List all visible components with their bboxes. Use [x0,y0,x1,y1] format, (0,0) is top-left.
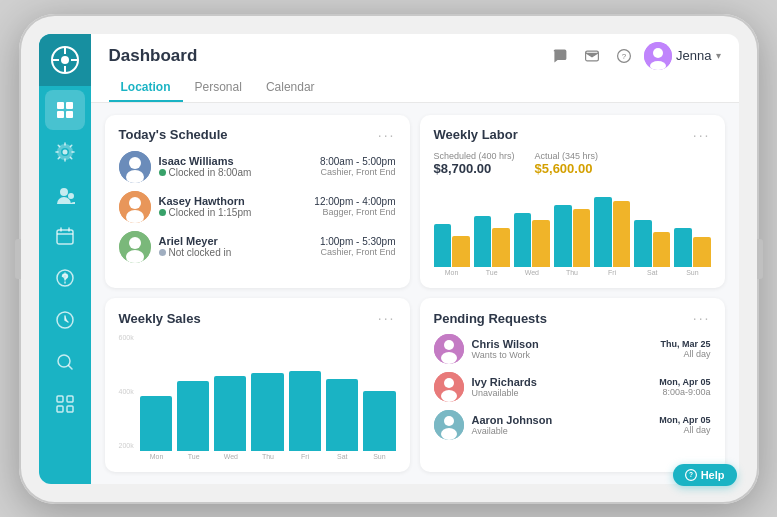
todays-schedule-card: Today's Schedule ··· Isaac Williams Cloc… [105,115,410,289]
labor-x-labels: MonTueWedThuFriSatSun [434,269,711,276]
x-label: Sat [326,453,358,460]
request-slot: All day [659,425,710,435]
svg-point-41 [444,416,454,426]
sales-bar [363,391,395,451]
help-icon[interactable]: ? [612,44,636,68]
bar-scheduled [674,228,692,267]
help-label: Help [701,469,725,481]
sales-bar [140,396,172,451]
tablet-button-right [757,239,763,279]
svg-rect-9 [66,111,73,118]
sidebar-item-grid[interactable] [45,384,85,424]
user-menu[interactable]: Jenna ▾ [644,42,720,70]
request-info: Chris Wilson Wants to Work [472,338,653,360]
request-list: Chris Wilson Wants to Work Thu, Mar 25 A… [434,334,711,440]
tab-calendar[interactable]: Calendar [254,74,327,102]
svg-point-42 [441,428,457,440]
sidebar-item-money[interactable] [45,258,85,298]
screen: Dashboard ? [39,34,739,484]
schedule-avatar [119,151,151,183]
request-date: Mon, Apr 05 [659,415,710,425]
sidebar-item-dashboard[interactable] [45,90,85,130]
scheduled-label: Scheduled (400 hrs) [434,151,515,161]
schedule-item: Isaac Williams Clocked in 8:00am 8:00am … [119,151,396,183]
schedule-role: Cashier, Front End [320,167,396,177]
sidebar [39,34,91,484]
mail-icon[interactable] [580,44,604,68]
schedule-status: Not clocked in [159,247,312,258]
request-sub: Available [472,426,652,436]
bar-group [674,228,710,267]
schedule-role: Bagger, Front End [314,207,395,217]
request-info: Ivy Richards Unavailable [472,376,652,398]
x-label: Tue [474,269,510,276]
bar-group [434,224,470,267]
sidebar-item-calendar[interactable] [45,216,85,256]
request-sub: Wants to Work [472,350,653,360]
sales-bars-area [140,334,396,451]
header-icons: ? Jenna ▾ [548,42,720,70]
sidebar-logo[interactable] [39,34,91,86]
svg-point-32 [129,237,141,249]
request-name: Ivy Richards [472,376,652,388]
bar-actual [532,220,550,267]
tab-location[interactable]: Location [109,74,183,102]
schedule-info: Kasey Hawthorn Clocked in 1:15pm [159,195,307,218]
bar-scheduled [634,220,652,267]
card-header-schedule: Today's Schedule ··· [119,127,396,143]
sales-card-menu[interactable]: ··· [378,310,396,326]
schedule-card-menu[interactable]: ··· [378,127,396,143]
svg-rect-7 [66,102,73,109]
actual-value: $5,600.00 [535,161,599,176]
sales-x-labels: MonTueWedThuFriSatSun [119,453,396,460]
request-avatar [434,372,464,402]
tab-personal[interactable]: Personal [183,74,254,102]
content-grid: Today's Schedule ··· Isaac Williams Cloc… [91,103,739,484]
bar-actual [613,201,631,267]
page-title: Dashboard [109,46,198,66]
status-text: Clocked in 8:00am [169,167,252,178]
svg-point-29 [129,197,141,209]
x-label: Mon [141,453,173,460]
x-label: Sun [363,453,395,460]
sidebar-item-people[interactable] [45,174,85,214]
schedule-time-block: 12:00pm - 4:00pm Bagger, Front End [314,196,395,217]
weekly-labor-card: Weekly Labor ··· Scheduled (400 hrs) $8,… [420,115,725,289]
x-label: Sat [634,269,670,276]
svg-point-36 [441,352,457,364]
chat-icon[interactable] [548,44,572,68]
tablet-button-left [15,239,21,279]
sidebar-item-search[interactable] [45,342,85,382]
pending-requests-card: Pending Requests ··· Chris Wilson Wants … [420,298,725,472]
x-label: Sun [674,269,710,276]
request-item: Ivy Richards Unavailable Mon, Apr 05 8:0… [434,372,711,402]
labor-card-title: Weekly Labor [434,127,518,142]
labor-stats: Scheduled (400 hrs) $8,700.00 Actual (34… [434,151,711,176]
help-button[interactable]: ? Help [673,464,737,484]
requests-card-menu[interactable]: ··· [693,310,711,326]
svg-rect-11 [57,230,73,244]
schedule-status: Clocked in 1:15pm [159,207,307,218]
main: Dashboard ? [91,34,739,484]
schedule-item: Kasey Hawthorn Clocked in 1:15pm 12:00pm… [119,191,396,223]
sales-chart: 600k400k200kMonTueWedThuFriSatSun [119,334,396,460]
request-item: Chris Wilson Wants to Work Thu, Mar 25 A… [434,334,711,364]
header-tabs: Location Personal Calendar [109,70,721,102]
schedule-info: Ariel Meyer Not clocked in [159,235,312,258]
x-label: Mon [434,269,470,276]
chevron-down-icon: ▾ [716,50,721,61]
actual-label: Actual (345 hrs) [535,151,599,161]
tablet-frame: Dashboard ? [19,14,759,504]
sales-bar [177,381,209,451]
request-sub: Unavailable [472,388,652,398]
sales-bar [214,376,246,451]
bar-scheduled [594,197,612,267]
labor-card-menu[interactable]: ··· [693,127,711,143]
svg-point-10 [62,149,67,154]
sidebar-item-settings[interactable] [45,132,85,172]
card-header-sales: Weekly Sales ··· [119,310,396,326]
schedule-name: Ariel Meyer [159,235,312,247]
sidebar-item-clock[interactable] [45,300,85,340]
header-top: Dashboard ? [109,34,721,70]
sales-card-title: Weekly Sales [119,311,201,326]
